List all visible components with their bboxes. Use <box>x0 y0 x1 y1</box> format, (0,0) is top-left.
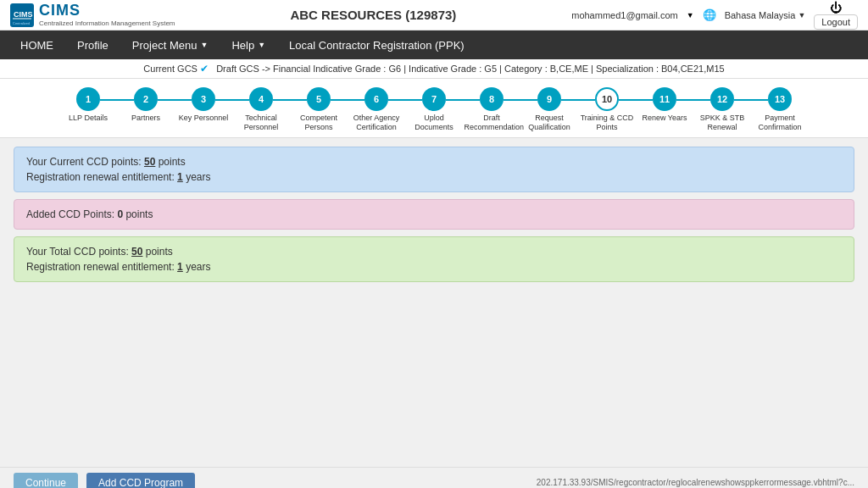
nav-profile[interactable]: Profile <box>65 30 120 59</box>
logo-text: CIMS <box>39 2 175 19</box>
nav-local-contractor[interactable]: Local Contractor Registration (PPK) <box>277 30 476 59</box>
renewal-entitlement-text: Registration renewal entitlement: 1 year… <box>26 171 842 183</box>
step-label-11: Renew Years <box>642 114 687 123</box>
step-label-5: Competent Persons <box>292 114 347 132</box>
step-label-8: Draft Recommendation <box>465 114 520 132</box>
svg-text:CIMS: CIMS <box>14 10 33 19</box>
globe-icon: 🌐 <box>703 8 716 21</box>
language-label: Bahasa Malaysia <box>725 10 796 20</box>
step-1[interactable]: 1LLP Details <box>59 87 117 123</box>
step-label-4: Technical Personnel <box>234 114 289 132</box>
step-label-1: LLP Details <box>69 114 108 123</box>
blue-panel: Your Current CCD points: 50 points Regis… <box>14 147 854 192</box>
steps-row: 1LLP Details2Partners3Key Personnel4Tech… <box>8 87 860 132</box>
svg-text:Centralized: Centralized <box>13 21 30 25</box>
step-4[interactable]: 4Technical Personnel <box>232 87 290 132</box>
total-ccd-text: Your Total CCD points: 50 points <box>26 246 842 258</box>
step-7[interactable]: 7Uplod Documents <box>405 87 463 132</box>
nav-home[interactable]: HOME <box>8 30 65 59</box>
step-circle-11: 11 <box>653 87 676 111</box>
total-renewal-text: Registration renewal entitlement: 1 year… <box>26 261 842 273</box>
app-title: ABC RESOURCES (129873) <box>290 8 456 22</box>
header: CIMS Centralized CIMS Centralized Inform… <box>0 0 868 30</box>
green-panel: Your Total CCD points: 50 points Registr… <box>14 236 854 282</box>
step-circle-9: 9 <box>537 87 561 111</box>
step-12[interactable]: 12SPKK & STB Renewal <box>693 87 751 132</box>
main-content: Your Current CCD points: 50 points Regis… <box>0 138 868 467</box>
step-label-10: Training & CCD Points <box>580 114 635 132</box>
step-label-6: Other Agency Certification <box>349 114 404 132</box>
step-circle-7: 7 <box>422 87 446 111</box>
nav-project-menu[interactable]: Project Menu ▼ <box>120 30 220 59</box>
step-8[interactable]: 8Draft Recommendation <box>463 87 520 132</box>
step-11[interactable]: 11Renew Years <box>636 87 693 123</box>
user-email: mohammed1@gmail.com <box>571 10 678 20</box>
logout-button[interactable]: Logout <box>814 14 858 30</box>
step-3[interactable]: 3Key Personnel <box>175 87 232 123</box>
step-13[interactable]: 13Payment Confirmation <box>751 87 809 132</box>
header-right: mohammed1@gmail.com ▼ 🌐 Bahasa Malaysia … <box>571 1 858 30</box>
draft-gcs-text: Draft GCS -> Financial Indicative Grade … <box>216 64 724 74</box>
step-circle-10: 10 <box>595 87 619 111</box>
project-menu-arrow-icon: ▼ <box>200 41 208 49</box>
add-ccd-button[interactable]: Add CCD Program <box>86 473 195 488</box>
logout-area: ⏻ Logout <box>814 1 858 30</box>
step-circle-8: 8 <box>480 87 504 111</box>
footer-bar: Continue Add CCD Program 202.171.33.93/S… <box>0 467 868 488</box>
step-circle-3: 3 <box>192 87 215 111</box>
logo-subtitle: Centralized Information Management Syste… <box>39 19 175 28</box>
added-ccd-text: Added CCD Points: 0 points <box>26 208 842 220</box>
step-circle-5: 5 <box>307 87 331 111</box>
step-label-2: Partners <box>131 114 160 123</box>
nav-help[interactable]: Help ▼ <box>220 30 277 59</box>
current-gcs-label: Current GCS <box>143 64 198 74</box>
step-label-12: SPKK & STB Renewal <box>695 114 750 132</box>
step-label-7: Uplod Documents <box>407 114 462 132</box>
step-circle-13: 13 <box>768 87 792 111</box>
pink-panel: Added CCD Points: 0 points <box>14 199 854 230</box>
verified-icon: ✔ <box>200 63 209 75</box>
continue-button[interactable]: Continue <box>14 473 78 488</box>
footer-url: 202.171.33.93/SMIS/regcontractor/regloca… <box>537 478 854 487</box>
gcs-bar: Current GCS ✔ Draft GCS -> Financial Ind… <box>0 59 868 79</box>
step-circle-12: 12 <box>710 87 734 111</box>
help-arrow-icon: ▼ <box>258 41 265 49</box>
step-10[interactable]: 10Training & CCD Points <box>578 87 636 132</box>
step-2[interactable]: 2Partners <box>117 87 175 123</box>
steps-container: 1LLP Details2Partners3Key Personnel4Tech… <box>0 79 868 138</box>
language-arrow-icon: ▼ <box>798 11 805 19</box>
step-label-9: Request Qualification <box>522 114 577 132</box>
step-9[interactable]: 9Request Qualification <box>520 87 578 132</box>
cims-logo-icon: CIMS Centralized <box>10 3 34 27</box>
step-circle-2: 2 <box>134 87 158 111</box>
step-label-13: Payment Confirmation <box>753 114 808 132</box>
step-5[interactable]: 5Competent Persons <box>290 87 348 132</box>
language-selector[interactable]: Bahasa Malaysia ▼ <box>725 10 806 20</box>
step-circle-6: 6 <box>364 87 388 111</box>
dropdown-arrow-icon: ▼ <box>687 11 694 19</box>
step-6[interactable]: 6Other Agency Certification <box>348 87 405 132</box>
power-icon: ⏻ <box>830 1 842 14</box>
step-circle-1: 1 <box>76 87 100 111</box>
step-label-3: Key Personnel <box>179 114 229 123</box>
current-ccd-text: Your Current CCD points: 50 points <box>26 156 842 168</box>
logo-area: CIMS Centralized CIMS Centralized Inform… <box>10 2 175 28</box>
navbar: HOME Profile Project Menu ▼ Help ▼ Local… <box>0 30 868 59</box>
step-circle-4: 4 <box>249 87 273 111</box>
